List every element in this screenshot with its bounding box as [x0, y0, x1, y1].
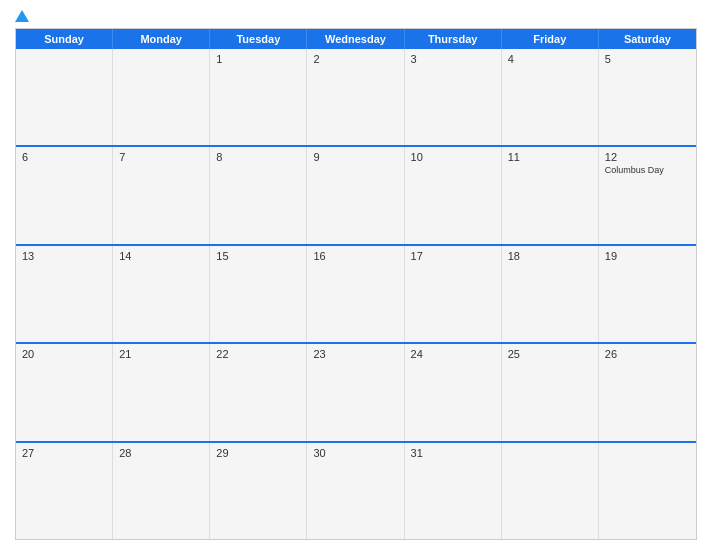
day-cell: 2 — [307, 49, 404, 145]
header-sunday: Sunday — [16, 29, 113, 49]
day-number: 15 — [216, 250, 300, 262]
week-row-3: 13141516171819 — [16, 244, 696, 342]
day-cell: 10 — [405, 147, 502, 243]
day-cell: 21 — [113, 344, 210, 440]
header-wednesday: Wednesday — [307, 29, 404, 49]
day-cell — [502, 443, 599, 539]
day-number: 23 — [313, 348, 397, 360]
header — [15, 10, 697, 22]
day-cell: 22 — [210, 344, 307, 440]
day-cell: 26 — [599, 344, 696, 440]
day-number: 12 — [605, 151, 690, 163]
day-cell — [113, 49, 210, 145]
logo — [15, 10, 31, 22]
day-number: 28 — [119, 447, 203, 459]
day-number: 30 — [313, 447, 397, 459]
day-number: 8 — [216, 151, 300, 163]
day-cell: 5 — [599, 49, 696, 145]
page: Sunday Monday Tuesday Wednesday Thursday… — [0, 0, 712, 550]
day-number: 29 — [216, 447, 300, 459]
day-number: 9 — [313, 151, 397, 163]
week-row-2: 6789101112Columbus Day — [16, 145, 696, 243]
day-number: 7 — [119, 151, 203, 163]
day-number: 24 — [411, 348, 495, 360]
day-number: 27 — [22, 447, 106, 459]
day-number: 1 — [216, 53, 300, 65]
day-cell: 28 — [113, 443, 210, 539]
day-number: 17 — [411, 250, 495, 262]
day-cell: 8 — [210, 147, 307, 243]
day-cell: 14 — [113, 246, 210, 342]
day-cell: 17 — [405, 246, 502, 342]
day-cell: 25 — [502, 344, 599, 440]
day-cell: 30 — [307, 443, 404, 539]
day-number: 2 — [313, 53, 397, 65]
day-cell — [599, 443, 696, 539]
day-number: 5 — [605, 53, 690, 65]
week-row-1: 12345 — [16, 49, 696, 145]
day-number: 10 — [411, 151, 495, 163]
day-cell: 29 — [210, 443, 307, 539]
calendar: Sunday Monday Tuesday Wednesday Thursday… — [15, 28, 697, 540]
day-cell: 11 — [502, 147, 599, 243]
day-cell: 31 — [405, 443, 502, 539]
week-row-4: 20212223242526 — [16, 342, 696, 440]
day-number: 13 — [22, 250, 106, 262]
day-cell: 4 — [502, 49, 599, 145]
header-tuesday: Tuesday — [210, 29, 307, 49]
day-cell: 19 — [599, 246, 696, 342]
day-number: 3 — [411, 53, 495, 65]
day-number: 25 — [508, 348, 592, 360]
day-cell: 27 — [16, 443, 113, 539]
logo-triangle-icon — [15, 10, 29, 22]
week-row-5: 2728293031 — [16, 441, 696, 539]
day-event: Columbus Day — [605, 165, 690, 175]
day-cell: 18 — [502, 246, 599, 342]
day-number: 11 — [508, 151, 592, 163]
day-cell: 15 — [210, 246, 307, 342]
day-number: 14 — [119, 250, 203, 262]
day-number: 4 — [508, 53, 592, 65]
day-cell: 9 — [307, 147, 404, 243]
day-number: 16 — [313, 250, 397, 262]
day-number: 6 — [22, 151, 106, 163]
header-thursday: Thursday — [405, 29, 502, 49]
day-cell: 16 — [307, 246, 404, 342]
day-cell: 24 — [405, 344, 502, 440]
day-number: 31 — [411, 447, 495, 459]
header-monday: Monday — [113, 29, 210, 49]
day-cell: 20 — [16, 344, 113, 440]
day-number: 20 — [22, 348, 106, 360]
day-cell: 6 — [16, 147, 113, 243]
header-saturday: Saturday — [599, 29, 696, 49]
day-number: 18 — [508, 250, 592, 262]
weeks-container: 123456789101112Columbus Day1314151617181… — [16, 49, 696, 539]
day-number: 19 — [605, 250, 690, 262]
day-number: 26 — [605, 348, 690, 360]
header-friday: Friday — [502, 29, 599, 49]
day-cell — [16, 49, 113, 145]
day-cell: 23 — [307, 344, 404, 440]
logo-blue-text — [15, 10, 31, 22]
day-cell: 7 — [113, 147, 210, 243]
day-cell: 3 — [405, 49, 502, 145]
day-cell: 1 — [210, 49, 307, 145]
day-cell: 12Columbus Day — [599, 147, 696, 243]
day-number: 22 — [216, 348, 300, 360]
day-headers-row: Sunday Monday Tuesday Wednesday Thursday… — [16, 29, 696, 49]
day-cell: 13 — [16, 246, 113, 342]
day-number: 21 — [119, 348, 203, 360]
